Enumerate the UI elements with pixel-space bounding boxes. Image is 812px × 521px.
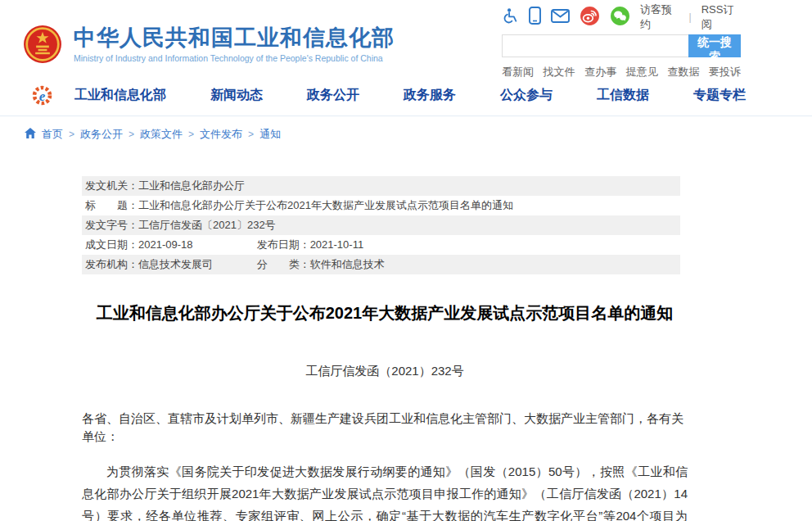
breadcrumb-separator: >	[69, 129, 74, 140]
quick-link-suggestions[interactable]: 提意见	[626, 65, 658, 79]
svg-text:e: e	[39, 88, 46, 104]
meta-cell-publisher: 发布机构：信息技术发展司	[85, 255, 254, 274]
breadcrumb-home[interactable]: 首页	[42, 127, 63, 142]
accessibility-icon[interactable]	[502, 7, 519, 28]
nav-item-miit-data[interactable]: 工信数据	[597, 87, 649, 104]
brand-text: 中华人民共和国工业和信息化部 Ministry of Industry and …	[74, 25, 395, 63]
visitor-appointment-link[interactable]: 访客预约	[640, 2, 679, 32]
site-header: 中华人民共和国工业和信息化部 Ministry of Industry and …	[0, 0, 812, 75]
nav-item-news[interactable]: 新闻动态	[210, 87, 263, 104]
meta-value: 2021-10-11	[310, 238, 364, 251]
site-brand[interactable]: 中华人民共和国工业和信息化部 Ministry of Industry and …	[23, 13, 395, 75]
wechat-icon[interactable]	[610, 6, 630, 29]
breadcrumb-separator: >	[248, 129, 254, 140]
nav-item-gov-services[interactable]: 政务服务	[404, 87, 456, 104]
meta-cell-written-date: 成文日期：2021-09-18	[85, 235, 254, 255]
nav-item-miit[interactable]: 工业和信息化部	[74, 87, 166, 104]
meta-label: 发布日期：	[257, 238, 310, 251]
meta-cell-category: 分 类：软件和信息技术	[257, 258, 385, 270]
meta-value: 工信厅信发函〔2021〕232号	[138, 219, 276, 231]
meta-label: 发布机构：	[85, 258, 138, 270]
meta-value: 2021-09-18	[138, 238, 193, 251]
breadcrumb-document-release[interactable]: 文件发布	[200, 127, 242, 142]
search-bar: 统一搜索	[502, 34, 741, 57]
document-content: 发文机关：工业和信息化部办公厅 标 题：工业和信息化部办公厅关于公布2021年大…	[82, 176, 688, 521]
document-title: 工业和信息化部办公厅关于公布2021年大数据产业发展试点示范项目名单的通知	[82, 301, 688, 324]
meta-row-publisher-category: 发布机构：信息技术发展司 分 类：软件和信息技术	[82, 255, 680, 274]
meta-cell-publish-date: 发布日期：2021-10-11	[257, 238, 364, 251]
nav-item-gov-affairs[interactable]: 政务公开	[307, 87, 359, 104]
meta-value: 工业和信息化部办公厅关于公布2021年大数据产业发展试点示范项目名单的通知	[138, 199, 513, 211]
weibo-icon[interactable]	[580, 6, 600, 29]
document-salutation: 各省、自治区、直辖市及计划单列市、新疆生产建设兵团工业和信息化主管部门、大数据产…	[82, 410, 688, 446]
quick-link-services[interactable]: 查办事	[584, 65, 616, 79]
unified-search-button[interactable]: 统一搜索	[688, 34, 741, 57]
quick-link-complaints[interactable]: 要投诉	[709, 65, 741, 79]
document-meta-table: 发文机关：工业和信息化部办公厅 标 题：工业和信息化部办公厅关于公布2021年大…	[82, 176, 680, 274]
header-icon-row: 访客预约 | RSS订阅	[502, 7, 741, 28]
meta-label: 标 题：	[85, 199, 138, 211]
meta-value: 信息技术发展司	[138, 258, 213, 270]
breadcrumb-separator: >	[129, 129, 134, 140]
mobile-icon[interactable]	[529, 7, 541, 28]
meta-row-dates: 成文日期：2021-09-18 发布日期：2021-10-11	[82, 235, 680, 255]
header-links-divider: |	[689, 11, 692, 23]
mail-icon[interactable]	[551, 9, 570, 26]
meta-label: 发文机关：	[85, 179, 138, 192]
site-title-en: Ministry of Industry and Information Tec…	[74, 53, 395, 63]
quick-link-documents[interactable]: 找文件	[544, 65, 575, 79]
meta-row-doc-number: 发文字号：工信厅信发函〔2021〕232号	[82, 215, 680, 235]
rss-link[interactable]: RSS订阅	[701, 2, 741, 32]
national-emblem-icon	[23, 25, 62, 64]
search-input[interactable]	[502, 34, 688, 57]
header-tools: 访客预约 | RSS订阅 统一搜索 看新闻 找文件 查办事 提意见 查数据 要投…	[502, 7, 741, 75]
meta-row-title: 标 题：工业和信息化部办公厅关于公布2021年大数据产业发展试点示范项目名单的通…	[82, 196, 680, 215]
gov-gear-logo-icon: e	[31, 84, 53, 106]
document-paragraph: 为贯彻落实《国务院关于印发促进大数据发展行动纲要的通知》（国发（2015）50号…	[82, 460, 688, 521]
document-number: 工信厅信发函（2021）232号	[82, 364, 688, 379]
breadcrumb-notice[interactable]: 通知	[259, 127, 281, 142]
main-nav: e 工业和信息化部 新闻动态 政务公开 政务服务 公众参与 工信数据 专题专栏	[0, 75, 812, 116]
meta-label: 成文日期：	[85, 238, 138, 251]
meta-value: 软件和信息技术	[310, 258, 385, 270]
nav-item-special-columns[interactable]: 专题专栏	[693, 87, 746, 104]
nav-item-public-participation[interactable]: 公众参与	[500, 87, 553, 104]
breadcrumb-policy-documents[interactable]: 政策文件	[140, 127, 183, 142]
breadcrumb-gov-affairs[interactable]: 政务公开	[80, 127, 123, 142]
site-title-zh: 中华人民共和国工业和信息化部	[74, 25, 395, 50]
home-icon[interactable]	[25, 128, 36, 141]
meta-label: 发文字号：	[85, 219, 138, 231]
breadcrumb-separator: >	[188, 129, 194, 140]
breadcrumb: 首页 > 政务公开 > 政策文件 > 文件发布 > 通知	[0, 116, 812, 152]
quick-links: 看新闻 找文件 查办事 提意见 查数据 要投诉	[502, 65, 741, 79]
meta-value: 工业和信息化部办公厅	[138, 179, 245, 192]
meta-row-issuing-agency: 发文机关：工业和信息化部办公厅	[82, 176, 680, 196]
meta-label: 分 类：	[257, 258, 310, 270]
quick-link-news[interactable]: 看新闻	[502, 65, 534, 79]
quick-link-data[interactable]: 查数据	[667, 65, 699, 79]
